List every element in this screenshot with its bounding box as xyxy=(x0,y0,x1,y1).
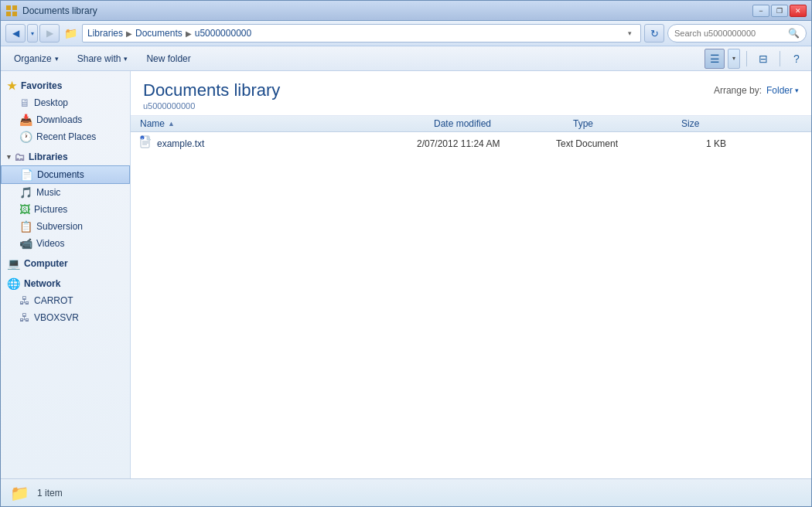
path-segment-libraries[interactable]: Libraries xyxy=(87,28,123,39)
svg-rect-0 xyxy=(6,5,11,10)
navigation-pane: ★ Favorites 🖥 Desktop 📥 Downloads 🕐 Rece… xyxy=(1,71,131,478)
favorites-star-icon: ★ xyxy=(7,80,17,92)
computer-section: 💻 Computer xyxy=(1,255,130,272)
search-input[interactable] xyxy=(674,29,785,38)
favorites-section: ★ Favorites 🖥 Desktop 📥 Downloads 🕐 Rece… xyxy=(1,77,130,145)
sidebar-item-documents[interactable]: 📄 Documents xyxy=(1,165,130,184)
videos-icon: 📹 xyxy=(19,237,32,250)
file-type-cell: Text Document xyxy=(556,138,664,149)
computer-icon: 💻 xyxy=(7,257,20,270)
pictures-icon: 🖼 xyxy=(19,203,30,216)
sidebar-item-subversion[interactable]: 📋 Subversion xyxy=(1,218,130,235)
recent-places-icon: 🕐 xyxy=(19,131,32,143)
downloads-icon: 📥 xyxy=(19,114,32,126)
sidebar-item-pictures[interactable]: 🖼 Pictures xyxy=(1,201,130,218)
file-list-header: Name ▲ Date modified Type Size xyxy=(131,116,811,132)
organize-button[interactable]: Organize ▾ xyxy=(5,49,67,69)
documents-icon: 📄 xyxy=(20,168,33,181)
main-area: ★ Favorites 🖥 Desktop 📥 Downloads 🕐 Rece… xyxy=(1,71,811,478)
new-folder-button[interactable]: New folder xyxy=(138,49,199,69)
title-bar-left: Documents library xyxy=(5,5,97,17)
library-subtitle: u5000000000 xyxy=(143,101,280,111)
libraries-header[interactable]: ▾ 🗂 Libraries xyxy=(1,148,130,165)
file-list-body: + example.txt 2/07/2012 11:24 AM Text Do… xyxy=(131,132,811,478)
help-button[interactable]: ? xyxy=(786,49,807,69)
close-button[interactable]: ✕ xyxy=(790,5,807,17)
subversion-icon: 📋 xyxy=(19,220,32,233)
sidebar-item-downloads[interactable]: 📥 Downloads xyxy=(1,111,130,128)
library-title: Documents library xyxy=(143,80,280,100)
arrange-area: Arrange by: Folder ▾ xyxy=(714,85,799,96)
status-folder-icon: 📁 xyxy=(10,484,29,502)
column-name-header[interactable]: Name ▲ xyxy=(140,118,434,129)
desktop-icon: 🖥 xyxy=(19,97,30,109)
carrot-server-icon: 🖧 xyxy=(19,294,30,307)
back-button[interactable]: ◀ xyxy=(5,24,26,43)
address-bar-area: ◀ ▾ ▶ 📁 Libraries ▶ Documents ▶ u5000000… xyxy=(1,21,811,46)
sidebar-item-videos[interactable]: 📹 Videos xyxy=(1,235,130,252)
library-title-area: Documents library u5000000000 xyxy=(143,80,280,111)
minimize-button[interactable]: − xyxy=(752,5,769,17)
file-date-cell: 2/07/2012 11:24 AM xyxy=(417,138,556,149)
preview-pane-button[interactable]: ⊟ xyxy=(753,49,773,69)
share-with-button[interactable]: Share with ▾ xyxy=(69,49,137,69)
address-path[interactable]: Libraries ▶ Documents ▶ u5000000000 ▾ xyxy=(82,24,641,43)
path-folder-icon: 📁 xyxy=(64,27,77,39)
libraries-section: ▾ 🗂 Libraries 📄 Documents 🎵 Music 🖼 Pict… xyxy=(1,148,130,252)
window-title: Documents library xyxy=(22,5,97,16)
search-icon: 🔍 xyxy=(788,28,800,39)
svg-rect-3 xyxy=(12,12,17,16)
arrange-label: Arrange by: xyxy=(714,85,762,96)
svg-rect-1 xyxy=(12,5,17,10)
sort-arrow-icon: ▲ xyxy=(168,120,175,128)
libraries-chevron: ▾ xyxy=(7,153,11,161)
vboxsvr-server-icon: 🖧 xyxy=(19,311,30,324)
path-segment-user[interactable]: u5000000000 xyxy=(195,28,251,39)
column-date-header[interactable]: Date modified xyxy=(434,118,573,129)
toolbar-right: ☰ ▾ ⊟ ? xyxy=(705,49,807,69)
window-icon xyxy=(5,5,18,17)
sidebar-item-recent-places[interactable]: 🕐 Recent Places xyxy=(1,128,130,145)
content-header: Documents library u5000000000 Arrange by… xyxy=(131,71,811,116)
txt-file-icon: + xyxy=(140,135,152,149)
favorites-header[interactable]: ★ Favorites xyxy=(1,77,130,94)
table-row[interactable]: + example.txt 2/07/2012 11:24 AM Text Do… xyxy=(131,132,811,155)
file-icon: + xyxy=(140,135,152,151)
path-dropdown-button[interactable]: ▾ xyxy=(623,25,636,42)
network-section: 🌐 Network 🖧 CARROT 🖧 VBOXSVR xyxy=(1,275,130,326)
nav-buttons: ◀ ▾ ▶ xyxy=(5,24,60,43)
restore-button[interactable]: ❐ xyxy=(771,5,788,17)
title-bar: Documents library − ❐ ✕ xyxy=(1,1,811,21)
svg-rect-2 xyxy=(6,12,11,16)
explorer-window: Documents library − ❐ ✕ ◀ ▾ ▶ 📁 Librarie… xyxy=(0,0,812,507)
file-name-cell: + example.txt xyxy=(140,135,417,151)
file-size-cell: 1 KB xyxy=(664,138,726,149)
back-dropdown-button[interactable]: ▾ xyxy=(27,24,38,43)
refresh-button[interactable]: ↻ xyxy=(644,24,664,43)
file-name: example.txt xyxy=(157,138,204,149)
column-size-header[interactable]: Size xyxy=(681,118,743,129)
sidebar-item-carrot[interactable]: 🖧 CARROT xyxy=(1,292,130,309)
arrange-value[interactable]: Folder ▾ xyxy=(766,85,799,96)
sidebar-item-vboxsvr[interactable]: 🖧 VBOXSVR xyxy=(1,309,130,326)
path-arrow-2: ▶ xyxy=(186,29,192,38)
search-box[interactable]: 🔍 xyxy=(667,24,807,43)
sidebar-item-desktop[interactable]: 🖥 Desktop xyxy=(1,94,130,111)
status-bar: 📁 1 item xyxy=(1,478,811,506)
window-controls: − ❐ ✕ xyxy=(752,5,807,17)
music-icon: 🎵 xyxy=(19,186,32,199)
toolbar: Organize ▾ Share with ▾ New folder ☰ ▾ ⊟… xyxy=(1,46,811,71)
view-dropdown-button[interactable]: ▾ xyxy=(728,49,740,69)
column-type-header[interactable]: Type xyxy=(573,118,681,129)
content-pane: Documents library u5000000000 Arrange by… xyxy=(131,71,811,478)
toolbar-separator-2 xyxy=(780,51,780,66)
status-item-count: 1 item xyxy=(37,488,63,498)
computer-header[interactable]: 💻 Computer xyxy=(1,255,130,272)
sidebar-item-music[interactable]: 🎵 Music xyxy=(1,184,130,201)
network-header[interactable]: 🌐 Network xyxy=(1,275,130,292)
forward-button[interactable]: ▶ xyxy=(39,24,60,43)
path-segment-documents[interactable]: Documents xyxy=(135,28,183,39)
toolbar-separator xyxy=(746,51,747,66)
libraries-icon: 🗂 xyxy=(14,151,25,163)
view-button[interactable]: ☰ xyxy=(705,49,725,69)
